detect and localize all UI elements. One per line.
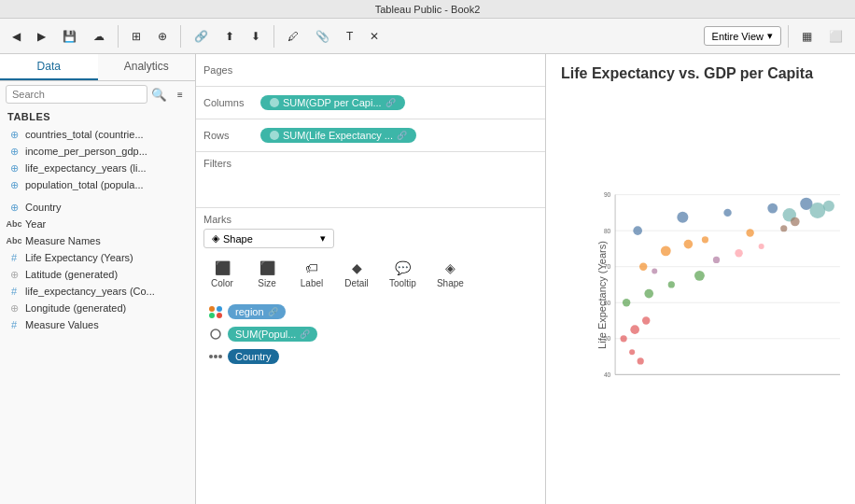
text-button[interactable]: T xyxy=(340,26,359,47)
color-mark-btn[interactable]: ⬛ Color xyxy=(203,256,241,293)
pill-indicator xyxy=(270,131,279,140)
field-list: ⊕ countries_total (countrie... ⊕ income_… xyxy=(0,126,195,504)
separator-4 xyxy=(788,25,789,48)
abc-icon: Abc xyxy=(7,217,21,231)
connect-button[interactable]: 🔗 xyxy=(188,26,215,47)
entire-view-label: Entire View xyxy=(712,31,764,42)
search-input[interactable] xyxy=(6,85,147,104)
data-source-icon: ⊞ xyxy=(132,30,141,43)
svg-point-0 xyxy=(209,306,215,312)
view-toggle-button[interactable]: ≡ xyxy=(171,86,189,104)
tables-header: Tables xyxy=(0,107,195,126)
svg-point-43 xyxy=(713,257,720,263)
shape-mark-btn[interactable]: ◈ Shape xyxy=(430,256,470,293)
sort-desc-button[interactable]: ⬇ xyxy=(245,26,267,47)
tab-data[interactable]: Data xyxy=(0,54,98,80)
tab-analytics[interactable]: Analytics xyxy=(98,54,196,80)
filters-label: Filters xyxy=(203,158,538,169)
chevron-down-icon: ▾ xyxy=(767,30,773,42)
svg-text:40: 40 xyxy=(604,371,611,378)
country-pill[interactable]: Country xyxy=(228,349,279,364)
svg-point-38 xyxy=(642,316,650,324)
svg-point-40 xyxy=(809,203,825,218)
marks-type-dropdown[interactable]: ◈ Shape ▾ xyxy=(203,229,334,248)
toggle-cards-button[interactable]: ⬜ xyxy=(822,26,849,47)
svg-point-3 xyxy=(217,313,222,318)
field-latitude[interactable]: ⊕ Latitude (generated) xyxy=(0,266,195,283)
color-icon: ⬛ xyxy=(215,260,231,275)
size-mark-btn[interactable]: ⬛ Size xyxy=(248,256,286,293)
globe-icon: ⊕ xyxy=(7,128,21,141)
svg-point-33 xyxy=(644,289,653,299)
separator-2 xyxy=(180,25,181,48)
field-life-exp-co[interactable]: # life_expectancy_years (Co... xyxy=(0,283,195,300)
population-chain-icon: 🔗 xyxy=(300,329,310,339)
filters-section: Filters xyxy=(196,152,545,208)
field-year[interactable]: Abc Year xyxy=(0,216,195,232)
svg-point-49 xyxy=(638,357,644,364)
region-pill[interactable]: region 🔗 xyxy=(228,304,286,319)
rows-pill[interactable]: SUM(Life Expectancy ... 🔗 xyxy=(260,128,416,143)
save-cloud-button[interactable]: ☁ xyxy=(87,26,111,47)
cloud-icon: ☁ xyxy=(93,30,105,43)
tooltip-mark-btn[interactable]: 💬 Tooltip xyxy=(383,256,423,293)
new-sheet-button[interactable]: ⊕ xyxy=(151,26,174,47)
svg-point-37 xyxy=(630,325,639,334)
entire-view-dropdown[interactable]: Entire View ▾ xyxy=(704,26,781,46)
population-pill[interactable]: SUM(Popul... 🔗 xyxy=(228,327,317,342)
shape-icon: ◈ xyxy=(212,232,219,245)
latlong-icon: ⊕ xyxy=(7,301,21,315)
country-text: Country xyxy=(235,351,272,362)
save-icon: 💾 xyxy=(63,30,77,43)
pill-chain-icon: 🔗 xyxy=(397,131,407,140)
svg-point-25 xyxy=(767,203,778,214)
columns-label: Columns xyxy=(203,97,255,108)
field-population[interactable]: ⊕ population_total (popula... xyxy=(0,176,195,193)
nav-back-button[interactable]: ◀ xyxy=(6,26,27,47)
svg-point-1 xyxy=(217,306,222,312)
abc-icon: Abc xyxy=(7,234,21,247)
columns-pill[interactable]: SUM(GDP per Capi... 🔗 xyxy=(260,95,405,110)
globe-icon: ⊕ xyxy=(7,201,21,214)
svg-point-44 xyxy=(735,249,742,257)
field-measure-names[interactable]: Abc Measure Names xyxy=(0,232,195,249)
annotate-button[interactable]: 📎 xyxy=(309,26,336,47)
highlight-button[interactable]: 🖊 xyxy=(281,26,305,47)
field-income[interactable]: ⊕ income_per_person_gdp... xyxy=(0,143,195,160)
field-country[interactable]: ⊕ Country xyxy=(0,199,195,216)
save-button[interactable]: 💾 xyxy=(56,26,83,47)
svg-text:90: 90 xyxy=(604,191,611,198)
svg-point-35 xyxy=(694,271,705,281)
field-longitude[interactable]: ⊕ Longitude (generated) xyxy=(0,300,195,316)
label-mark-btn[interactable]: 🏷 Label xyxy=(293,256,330,293)
svg-text:80: 80 xyxy=(604,228,611,234)
globe-icon: ⊕ xyxy=(7,178,21,191)
svg-point-36 xyxy=(621,335,627,342)
pill-chain-icon: 🔗 xyxy=(385,98,396,107)
svg-point-6 xyxy=(214,355,217,358)
svg-point-7 xyxy=(218,355,222,358)
marks-label: Marks xyxy=(203,214,538,225)
title-text: Tableau Public - Book2 xyxy=(375,4,481,15)
detail-mark-btn[interactable]: ◆ Detail xyxy=(338,256,375,293)
marks-field-country: Country xyxy=(203,347,538,366)
pages-label: Pages xyxy=(203,64,255,76)
field-measure-values[interactable]: # Measure Values xyxy=(0,316,195,333)
field-life-expectancy[interactable]: ⊕ life_expectancy_years (li... xyxy=(0,160,195,176)
marks-section: Marks ◈ Shape ▾ ⬛ Color ⬛ Size 🏷 xyxy=(196,208,545,504)
svg-point-34 xyxy=(668,281,675,287)
field-countries-total[interactable]: ⊕ countries_total (countrie... xyxy=(0,126,195,143)
pages-section: Pages xyxy=(196,54,545,87)
nav-forward-button[interactable]: ▶ xyxy=(31,26,52,47)
sort-asc-button[interactable]: ⬆ xyxy=(218,26,241,47)
data-source-button[interactable]: ⊞ xyxy=(125,26,147,47)
svg-point-5 xyxy=(209,355,213,358)
panel-tabs: Data Analytics xyxy=(0,54,195,81)
show-me-button[interactable]: ▦ xyxy=(795,26,819,47)
shape-icon: ◈ xyxy=(445,260,456,275)
clear-button[interactable]: ✕ xyxy=(363,26,385,47)
search-button[interactable]: 🔍 xyxy=(151,88,167,102)
chart-container: Life Expectancy (Years) 90 80 70 60 50 4… xyxy=(546,86,855,504)
field-life-exp-years[interactable]: # Life Expectancy (Years) xyxy=(0,249,195,266)
tooltip-icon: 💬 xyxy=(395,260,411,275)
